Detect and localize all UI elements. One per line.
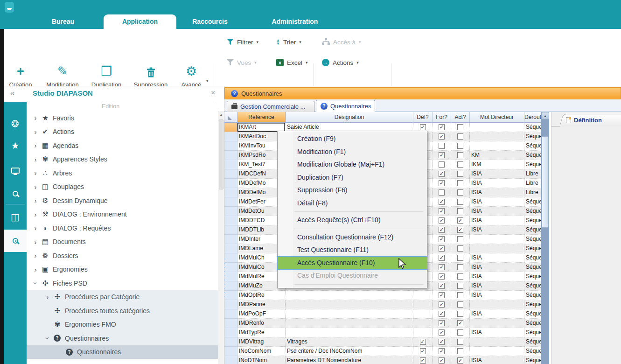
expand-chevron-icon[interactable]: › [43, 293, 52, 301]
cell-mot-directeur[interactable]: ISIA [470, 281, 524, 291]
cell-for[interactable]: ✓ [433, 151, 451, 160]
cell-mot-directeur[interactable] [470, 319, 524, 328]
cell-mot-directeur[interactable]: ISIA [470, 169, 524, 179]
checkbox-checked[interactable]: ✓ [420, 339, 426, 345]
cell-act[interactable] [451, 263, 470, 272]
doc-tab-gestion-commerciale[interactable]: Gestion Commerciale ... [227, 101, 314, 112]
cell-mot-directeur[interactable] [470, 244, 524, 253]
cell-act[interactable] [451, 244, 470, 253]
cell-mot-directeur[interactable]: ISIA [470, 216, 524, 225]
checkbox-checked[interactable]: ✓ [439, 171, 445, 177]
cell-act[interactable] [451, 188, 470, 197]
row-selector[interactable] [224, 281, 237, 291]
cell-act[interactable] [451, 235, 470, 244]
checkbox-checked[interactable]: ✓ [439, 339, 445, 345]
cell-for[interactable] [433, 141, 451, 151]
row-selector[interactable] [224, 235, 237, 244]
tree-item-dessin-dynamique[interactable]: ›⚙Dessin Dynamique [27, 194, 218, 208]
table-row-inodtnom[interactable]: INoDTNomParametres DT Nomenclature✓✓✓ISI… [224, 356, 541, 364]
tree-item-ergonomies[interactable]: ›▣Ergonomies [27, 263, 218, 277]
cell-for[interactable] [433, 160, 451, 169]
cell-act[interactable] [451, 207, 470, 216]
checkbox-checked[interactable]: ✓ [420, 357, 426, 364]
scroll-up-button[interactable]: ▲ [541, 112, 549, 119]
row-selector[interactable] [224, 263, 237, 272]
cell-deroulement[interactable]: Séquenti [524, 151, 541, 160]
checkbox[interactable] [457, 273, 463, 280]
table-scrollbar-thumb[interactable] [542, 136, 549, 228]
cell-designation[interactable] [286, 309, 413, 319]
menu-item-test-questionnaire-f11[interactable]: Test Questionnaire (F11) [278, 244, 427, 257]
checkbox-checked[interactable]: ✓ [439, 133, 445, 140]
search-icon[interactable] [4, 186, 27, 202]
cell-deroulement[interactable]: Séquenti [524, 244, 541, 253]
checkbox[interactable] [457, 329, 463, 336]
collapse-chevron-icon[interactable]: › [32, 279, 40, 287]
filtrer-button[interactable]: Filtrer ▾ [227, 36, 258, 48]
cell-act[interactable] [451, 337, 470, 347]
cell-for[interactable]: ✓ [433, 169, 451, 179]
cell-act[interactable] [451, 179, 470, 188]
cell-mot-directeur[interactable]: IKM [470, 160, 524, 169]
cell-deroulement[interactable]: Séquenti [524, 207, 541, 216]
table-row-imdtypre[interactable]: IMdTypRe✓ISIASéquenti [224, 328, 541, 337]
cell-act[interactable]: ✓ [451, 216, 470, 225]
checkbox-checked[interactable]: ✓ [439, 236, 445, 242]
cell-deroulement[interactable]: Séquenti [524, 263, 541, 272]
checkbox-checked[interactable]: ✓ [439, 245, 445, 252]
tree-item-favoris[interactable]: ›★Favoris [27, 111, 218, 125]
cell-designation[interactable] [286, 300, 413, 309]
excel-button[interactable]: x Excel ▾ [276, 57, 308, 68]
trier-button[interactable]: ▲▼ Trier ▾ [276, 36, 301, 48]
cell-mot-directeur[interactable] [470, 132, 524, 141]
checkbox-checked[interactable]: ✓ [420, 348, 426, 354]
doc-tab-questionnaires[interactable]: ? Questionnaires [316, 100, 375, 112]
cell-def[interactable] [413, 328, 433, 337]
tree-item-questionnaires[interactable]: ?Questionnaires [27, 345, 218, 359]
tab-administration[interactable]: Administration [264, 14, 326, 29]
table-row-inocomnom[interactable]: INoComNomPsd critere / Doc INoComNom✓✓Sé… [224, 347, 541, 356]
cell-act[interactable] [451, 160, 470, 169]
cell-mot-directeur[interactable]: ISIA [470, 328, 524, 337]
cell-for[interactable]: ✓ [433, 225, 451, 235]
checkbox[interactable] [457, 124, 463, 130]
menu-item-d-tail-f8[interactable]: Détail (F8) [278, 197, 427, 210]
monitor-icon[interactable] [4, 162, 27, 178]
cell-deroulement[interactable]: Libre [524, 188, 541, 197]
cell-for[interactable]: ✓ [433, 272, 451, 281]
cell-mot-directeur[interactable] [470, 347, 524, 356]
cell-mot-directeur[interactable] [470, 123, 524, 132]
tree-item-dossiers[interactable]: ›❁Dossiers [27, 249, 218, 263]
row-selector[interactable] [224, 309, 237, 319]
tree-scrollbar-thumb[interactable] [219, 119, 223, 189]
cell-for[interactable]: ✓ [433, 123, 451, 132]
tree-item-documents[interactable]: ›▤Documents [27, 235, 218, 249]
cell-for[interactable]: ✓ [433, 319, 451, 328]
cell-mot-directeur[interactable]: ISIA [470, 309, 524, 319]
tree-item-actions[interactable]: ›✔Actions [27, 125, 218, 139]
menu-item-cr-ation-f9[interactable]: Création (F9) [278, 133, 427, 146]
checkbox[interactable] [457, 339, 463, 345]
menu-item-suppression-f6[interactable]: Suppression (F6) [278, 184, 427, 197]
cell-deroulement[interactable]: Séquenti [524, 197, 541, 207]
cell-designation[interactable] [286, 291, 413, 300]
expand-chevron-icon[interactable]: › [31, 210, 40, 218]
cell-act[interactable]: ✓ [451, 356, 470, 364]
excel-caret-icon[interactable]: ▾ [306, 60, 308, 65]
checkbox[interactable] [457, 199, 463, 205]
cell-mot-directeur[interactable]: ISIA [470, 188, 524, 197]
column-header-mot-directeur[interactable]: Mot Directeur [470, 112, 524, 123]
table-row-imdvitrag[interactable]: IMDVitragVitrages✓✓Séquenti [224, 337, 541, 347]
columns-icon[interactable]: ◫ [4, 209, 27, 225]
row-selector[interactable] [224, 272, 237, 281]
menu-item-modification-globale-maj-f1[interactable]: Modification Globale (Maj+F1) [278, 158, 427, 171]
checkbox-checked[interactable]: ✓ [457, 320, 463, 326]
cell-for[interactable]: ✓ [433, 291, 451, 300]
checkbox[interactable] [457, 161, 463, 168]
app-logo-icon[interactable] [5, 2, 14, 13]
definition-tab[interactable]: Définition [559, 114, 621, 126]
cell-act[interactable]: ✓ [451, 225, 470, 235]
tree-item-proc-dures-toutes-cat-gories[interactable]: ✣Procédures toutes catégories [27, 304, 218, 318]
checkbox-checked[interactable]: ✓ [439, 320, 445, 326]
cell-deroulement[interactable]: Séquenti [524, 132, 541, 141]
